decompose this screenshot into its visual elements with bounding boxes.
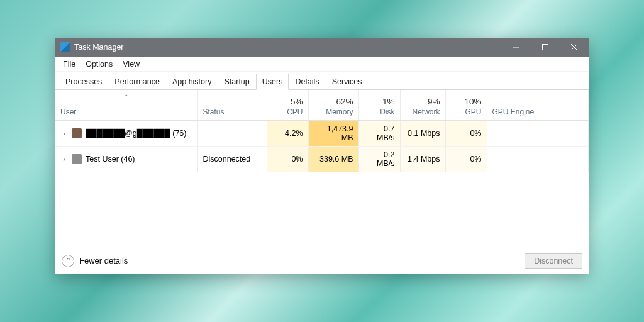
network-value: 1.4 Mbps <box>400 146 445 172</box>
table-header-row: ⌃ User Status 5% CPU 62% <box>55 90 589 120</box>
titlebar[interactable]: Task Manager <box>55 38 589 57</box>
cpu-value: 0% <box>267 146 308 172</box>
minimize-icon <box>513 44 519 50</box>
col-gpu[interactable]: 10% GPU <box>445 90 487 120</box>
memory-total: 62% <box>336 97 353 106</box>
chevron-up-icon: ⌃ <box>65 257 71 265</box>
gpu-value: 0% <box>445 120 487 146</box>
fewer-details-label[interactable]: Fewer details <box>79 256 128 265</box>
col-status-label: Status <box>203 108 225 116</box>
window-title: Task Manager <box>74 43 124 52</box>
col-gpu-engine[interactable]: GPU Engine <box>487 90 589 120</box>
gpu-label: GPU <box>465 108 481 116</box>
menu-view[interactable]: View <box>118 58 145 70</box>
disk-total: 1% <box>382 97 395 106</box>
fewer-details-toggle[interactable]: ⌃ <box>62 255 74 267</box>
col-gpu-engine-label: GPU Engine <box>492 108 535 116</box>
cpu-total: 5% <box>291 97 303 106</box>
tab-startup[interactable]: Startup <box>218 74 255 90</box>
close-button[interactable] <box>560 38 589 57</box>
tab-users[interactable]: Users <box>256 74 289 90</box>
network-label: Network <box>412 108 440 116</box>
gpu-total: 10% <box>464 97 481 106</box>
tab-processes[interactable]: Processes <box>59 74 108 90</box>
gpu-value: 0% <box>445 146 487 172</box>
avatar <box>72 128 82 138</box>
gpu-engine-value <box>487 146 589 172</box>
sort-indicator-icon: ⌃ <box>124 94 129 100</box>
cpu-value: 4.2% <box>267 120 308 146</box>
maximize-icon <box>542 44 548 50</box>
table-row[interactable]: › ███████@g██████ (76) 4.2% 1,473.9 MB 0… <box>55 120 589 146</box>
app-icon <box>60 42 70 52</box>
avatar <box>72 154 82 164</box>
task-manager-window: Task Manager File Options View Processes… <box>55 38 589 274</box>
tab-performance[interactable]: Performance <box>108 74 166 90</box>
col-user-label: User <box>60 108 76 116</box>
maximize-button[interactable] <box>531 38 560 57</box>
col-network[interactable]: 9% Network <box>400 90 445 120</box>
minimize-button[interactable] <box>502 38 531 57</box>
cpu-label: CPU <box>287 108 303 116</box>
col-cpu[interactable]: 5% CPU <box>267 90 308 120</box>
menu-options[interactable]: Options <box>80 58 118 70</box>
svg-rect-1 <box>543 45 548 50</box>
status-value <box>197 120 267 146</box>
col-memory[interactable]: 62% Memory <box>308 90 358 120</box>
tab-services[interactable]: Services <box>326 74 369 90</box>
memory-value: 1,473.9 MB <box>308 120 358 146</box>
gpu-engine-value <box>487 120 589 146</box>
menu-file[interactable]: File <box>58 58 80 70</box>
tab-app-history[interactable]: App history <box>166 74 218 90</box>
table-row[interactable]: › Test User (46) Disconnected 0% 339.6 M… <box>55 146 589 172</box>
col-disk[interactable]: 1% Disk <box>358 90 400 120</box>
user-name: ███████@g██████ (76) <box>86 129 186 138</box>
menubar: File Options View <box>55 57 589 72</box>
disk-label: Disk <box>380 108 394 116</box>
users-table: ⌃ User Status 5% CPU 62% <box>55 90 589 172</box>
status-value: Disconnected <box>197 146 267 172</box>
chevron-right-icon[interactable]: › <box>60 155 68 163</box>
disk-value: 0.2 MB/s <box>358 146 400 172</box>
chevron-right-icon[interactable]: › <box>60 130 68 137</box>
disconnect-button[interactable]: Disconnect <box>525 253 582 269</box>
close-icon <box>571 44 577 50</box>
memory-label: Memory <box>326 108 353 116</box>
memory-value: 339.6 MB <box>308 146 358 172</box>
footer: ⌃ Fewer details Disconnect <box>55 247 589 274</box>
tab-strip: Processes Performance App history Startu… <box>55 72 589 90</box>
network-total: 9% <box>428 97 440 106</box>
col-user[interactable]: ⌃ User <box>55 90 197 120</box>
tab-details[interactable]: Details <box>289 74 325 90</box>
col-status[interactable]: Status <box>197 90 267 120</box>
user-name: Test User (46) <box>86 155 135 164</box>
content-area: ⌃ User Status 5% CPU 62% <box>55 90 589 247</box>
disk-value: 0.7 MB/s <box>358 120 400 146</box>
network-value: 0.1 Mbps <box>400 120 445 146</box>
